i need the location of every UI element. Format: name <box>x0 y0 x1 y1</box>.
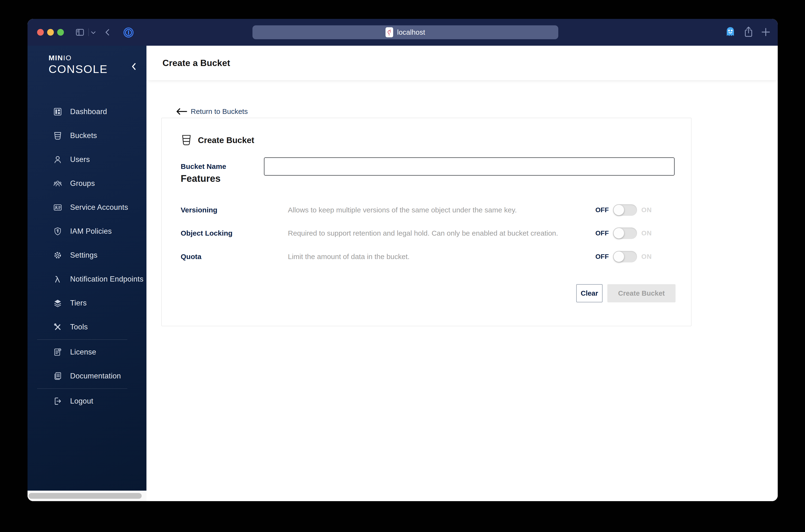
new-tab-icon[interactable] <box>760 26 771 38</box>
object-locking-description: Required to support retention and legal … <box>288 229 558 237</box>
toolbar-divider <box>88 28 89 36</box>
ghostery-icon[interactable] <box>724 25 736 38</box>
main-content: Create a Bucket Return to Buckets <box>147 46 778 501</box>
versioning-label: Versioning <box>181 206 217 214</box>
sidebar-item-label: Logout <box>70 397 93 405</box>
sidebar-collapse-button[interactable] <box>129 60 139 73</box>
toggle-off-label: OFF <box>595 206 609 214</box>
toggle-on-label: ON <box>641 253 652 261</box>
toggle-knob <box>614 251 624 262</box>
sidebar-item-logout[interactable]: Logout <box>27 389 147 413</box>
sidebar-nav: MINIO CONSOLE <box>27 46 147 491</box>
window-zoom-button[interactable] <box>57 29 64 36</box>
logo-product: CONSOLE <box>49 62 108 76</box>
sidebar-divider <box>37 388 127 389</box>
card-header: Create Bucket <box>181 134 254 146</box>
versioning-description: Allows to keep multiple versions of the … <box>288 206 517 214</box>
sidebar-item-label: License <box>70 348 96 357</box>
minio-flamingo-icon <box>386 27 393 37</box>
object-locking-label: Object Locking <box>181 229 232 237</box>
chevron-down-icon[interactable] <box>90 31 96 35</box>
card-title: Create Bucket <box>198 135 254 145</box>
browser-titlebar: localhost <box>27 19 778 46</box>
return-link-label: Return to Buckets <box>191 108 248 116</box>
sidebar-item-label: Groups <box>70 179 95 188</box>
sidebar-toggle-icon[interactable] <box>75 27 85 37</box>
sidebar-item-license[interactable]: License <box>27 340 147 364</box>
sidebar-item-groups[interactable]: Groups <box>27 172 147 195</box>
toggle-knob <box>614 228 624 239</box>
sidebar-item-buckets[interactable]: Buckets <box>27 124 147 148</box>
sidebar-item-settings[interactable]: Settings <box>27 243 147 267</box>
logo-brand-bold: MIN <box>49 54 63 62</box>
address-url: localhost <box>397 28 425 36</box>
clear-button[interactable]: Clear <box>576 284 602 302</box>
minio-console-logo: MINIO CONSOLE <box>49 54 108 76</box>
sidebar-menu: Dashboard Buckets <box>27 100 147 413</box>
logout-icon <box>53 396 62 406</box>
sidebar-item-label: Settings <box>70 251 97 260</box>
sidebar-item-notification-endpoints[interactable]: Notification Endpoints <box>27 267 147 291</box>
sidebar-scrollbar-thumb[interactable] <box>29 493 142 499</box>
toggle-on-label: ON <box>641 229 652 237</box>
bucket-icon <box>181 134 192 146</box>
object-locking-toggle[interactable] <box>613 227 637 239</box>
sidebar-item-label: Service Accounts <box>70 203 128 212</box>
onepassword-icon[interactable] <box>123 27 134 38</box>
back-icon[interactable] <box>104 27 112 38</box>
toggle-on-label: ON <box>641 206 652 214</box>
browser-window: localhost <box>27 19 778 501</box>
sidebar-item-label: Tiers <box>70 299 87 307</box>
chevron-left-icon <box>131 62 137 71</box>
screen-background: localhost <box>0 0 805 532</box>
window-minimize-button[interactable] <box>47 29 54 36</box>
user-icon <box>53 155 62 164</box>
toggle-off-label: OFF <box>595 253 609 261</box>
sidebar-item-iam-policies[interactable]: IAM Policies <box>27 220 147 243</box>
lambda-icon <box>53 274 62 284</box>
license-icon <box>53 347 62 357</box>
quota-toggle-group: OFF ON <box>595 251 652 262</box>
page-header: Create a Bucket <box>147 46 778 81</box>
sidebar-scrollbar-track <box>27 491 147 501</box>
service-accounts-icon <box>53 203 62 212</box>
sidebar-item-dashboard[interactable]: Dashboard <box>27 100 147 124</box>
sidebar: MINIO CONSOLE <box>27 46 147 501</box>
create-bucket-button[interactable]: Create Bucket <box>607 284 676 302</box>
window-close-button[interactable] <box>37 29 44 36</box>
sidebar-item-label: Notification Endpoints <box>70 275 143 283</box>
page-title: Create a Bucket <box>163 58 230 68</box>
sidebar-item-service-accounts[interactable]: Service Accounts <box>27 195 147 220</box>
create-bucket-card: Create Bucket Bucket Name Features Versi… <box>161 118 692 326</box>
bucket-name-label: Bucket Name <box>181 163 226 171</box>
quota-description: Limit the amount of data in the bucket. <box>288 253 410 261</box>
layers-icon <box>53 298 62 308</box>
arrow-left-icon <box>176 108 187 116</box>
bucket-name-input[interactable] <box>264 157 675 175</box>
sidebar-item-documentation[interactable]: Documentation <box>27 364 147 388</box>
groups-icon <box>53 179 62 188</box>
sidebar-item-label: Users <box>70 155 90 164</box>
versioning-toggle[interactable] <box>613 204 637 216</box>
sidebar-item-tiers[interactable]: Tiers <box>27 291 147 315</box>
dashboard-icon <box>53 107 62 116</box>
bucket-icon <box>53 131 62 140</box>
sidebar-item-label: Buckets <box>70 131 97 140</box>
gear-icon <box>53 250 62 260</box>
sidebar-item-label: Dashboard <box>70 108 107 116</box>
tools-icon <box>53 322 62 332</box>
quota-toggle[interactable] <box>613 251 637 262</box>
shield-key-icon <box>53 227 62 236</box>
return-to-buckets-link[interactable]: Return to Buckets <box>176 105 248 118</box>
logo-brand-light: IO <box>63 54 72 62</box>
toggle-knob <box>614 205 624 215</box>
documentation-icon <box>53 371 62 381</box>
object-locking-toggle-group: OFF ON <box>595 227 652 239</box>
sidebar-item-tools[interactable]: Tools <box>27 315 147 339</box>
sidebar-item-users[interactable]: Users <box>27 148 147 172</box>
address-bar[interactable]: localhost <box>252 25 558 39</box>
sidebar-item-label: IAM Policies <box>70 227 112 235</box>
share-icon[interactable] <box>743 25 754 38</box>
quota-label: Quota <box>181 253 202 261</box>
toggle-off-label: OFF <box>595 229 609 237</box>
